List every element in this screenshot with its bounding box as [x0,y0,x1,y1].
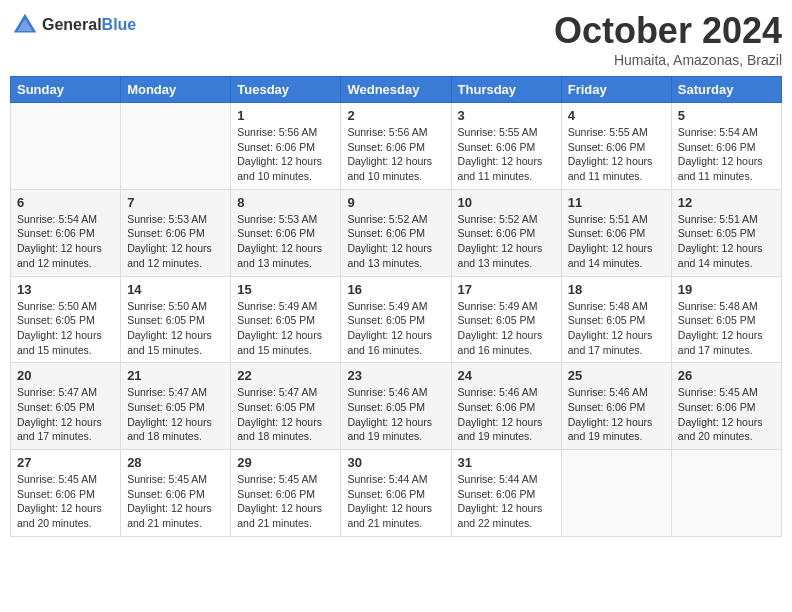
calendar-cell: 31Sunrise: 5:44 AM Sunset: 6:06 PM Dayli… [451,450,561,537]
week-row-1: 1Sunrise: 5:56 AM Sunset: 6:06 PM Daylig… [11,103,782,190]
day-number: 14 [127,282,224,297]
calendar-cell: 20Sunrise: 5:47 AM Sunset: 6:05 PM Dayli… [11,363,121,450]
day-number: 16 [347,282,444,297]
day-info: Sunrise: 5:55 AM Sunset: 6:06 PM Dayligh… [458,125,555,184]
logo: GeneralBlue [10,10,136,40]
calendar-cell: 11Sunrise: 5:51 AM Sunset: 6:06 PM Dayli… [561,189,671,276]
day-info: Sunrise: 5:48 AM Sunset: 6:05 PM Dayligh… [678,299,775,358]
day-number: 21 [127,368,224,383]
calendar-cell: 30Sunrise: 5:44 AM Sunset: 6:06 PM Dayli… [341,450,451,537]
calendar-cell: 18Sunrise: 5:48 AM Sunset: 6:05 PM Dayli… [561,276,671,363]
calendar-cell: 13Sunrise: 5:50 AM Sunset: 6:05 PM Dayli… [11,276,121,363]
calendar-cell: 12Sunrise: 5:51 AM Sunset: 6:05 PM Dayli… [671,189,781,276]
day-info: Sunrise: 5:47 AM Sunset: 6:05 PM Dayligh… [127,385,224,444]
calendar-cell: 9Sunrise: 5:52 AM Sunset: 6:06 PM Daylig… [341,189,451,276]
day-number: 20 [17,368,114,383]
day-info: Sunrise: 5:46 AM Sunset: 6:06 PM Dayligh… [568,385,665,444]
week-row-4: 20Sunrise: 5:47 AM Sunset: 6:05 PM Dayli… [11,363,782,450]
day-info: Sunrise: 5:55 AM Sunset: 6:06 PM Dayligh… [568,125,665,184]
day-number: 11 [568,195,665,210]
title-block: October 2024 Humaita, Amazonas, Brazil [554,10,782,68]
day-info: Sunrise: 5:45 AM Sunset: 6:06 PM Dayligh… [127,472,224,531]
calendar-cell: 7Sunrise: 5:53 AM Sunset: 6:06 PM Daylig… [121,189,231,276]
day-info: Sunrise: 5:50 AM Sunset: 6:05 PM Dayligh… [17,299,114,358]
day-number: 27 [17,455,114,470]
day-number: 29 [237,455,334,470]
logo-text: GeneralBlue [42,16,136,34]
calendar-cell: 23Sunrise: 5:46 AM Sunset: 6:05 PM Dayli… [341,363,451,450]
calendar-cell: 2Sunrise: 5:56 AM Sunset: 6:06 PM Daylig… [341,103,451,190]
calendar-header: SundayMondayTuesdayWednesdayThursdayFrid… [11,77,782,103]
day-info: Sunrise: 5:45 AM Sunset: 6:06 PM Dayligh… [17,472,114,531]
day-header-wednesday: Wednesday [341,77,451,103]
day-number: 30 [347,455,444,470]
day-info: Sunrise: 5:50 AM Sunset: 6:05 PM Dayligh… [127,299,224,358]
day-number: 25 [568,368,665,383]
day-number: 31 [458,455,555,470]
calendar-cell: 28Sunrise: 5:45 AM Sunset: 6:06 PM Dayli… [121,450,231,537]
day-header-sunday: Sunday [11,77,121,103]
calendar-cell [11,103,121,190]
day-header-friday: Friday [561,77,671,103]
calendar-cell: 15Sunrise: 5:49 AM Sunset: 6:05 PM Dayli… [231,276,341,363]
calendar-cell: 5Sunrise: 5:54 AM Sunset: 6:06 PM Daylig… [671,103,781,190]
calendar-cell: 4Sunrise: 5:55 AM Sunset: 6:06 PM Daylig… [561,103,671,190]
calendar-cell: 27Sunrise: 5:45 AM Sunset: 6:06 PM Dayli… [11,450,121,537]
calendar-cell: 16Sunrise: 5:49 AM Sunset: 6:05 PM Dayli… [341,276,451,363]
day-info: Sunrise: 5:52 AM Sunset: 6:06 PM Dayligh… [458,212,555,271]
day-info: Sunrise: 5:49 AM Sunset: 6:05 PM Dayligh… [347,299,444,358]
calendar-cell: 14Sunrise: 5:50 AM Sunset: 6:05 PM Dayli… [121,276,231,363]
day-info: Sunrise: 5:44 AM Sunset: 6:06 PM Dayligh… [458,472,555,531]
day-number: 15 [237,282,334,297]
day-info: Sunrise: 5:45 AM Sunset: 6:06 PM Dayligh… [678,385,775,444]
day-number: 5 [678,108,775,123]
day-info: Sunrise: 5:56 AM Sunset: 6:06 PM Dayligh… [237,125,334,184]
day-info: Sunrise: 5:54 AM Sunset: 6:06 PM Dayligh… [17,212,114,271]
calendar-cell: 24Sunrise: 5:46 AM Sunset: 6:06 PM Dayli… [451,363,561,450]
week-row-2: 6Sunrise: 5:54 AM Sunset: 6:06 PM Daylig… [11,189,782,276]
day-number: 6 [17,195,114,210]
page-header: GeneralBlue October 2024 Humaita, Amazon… [10,10,782,68]
calendar-cell [561,450,671,537]
day-number: 24 [458,368,555,383]
day-number: 4 [568,108,665,123]
calendar-cell: 3Sunrise: 5:55 AM Sunset: 6:06 PM Daylig… [451,103,561,190]
day-number: 8 [237,195,334,210]
day-header-saturday: Saturday [671,77,781,103]
day-info: Sunrise: 5:53 AM Sunset: 6:06 PM Dayligh… [237,212,334,271]
calendar-cell [671,450,781,537]
day-number: 7 [127,195,224,210]
day-info: Sunrise: 5:54 AM Sunset: 6:06 PM Dayligh… [678,125,775,184]
day-info: Sunrise: 5:44 AM Sunset: 6:06 PM Dayligh… [347,472,444,531]
week-row-3: 13Sunrise: 5:50 AM Sunset: 6:05 PM Dayli… [11,276,782,363]
day-number: 19 [678,282,775,297]
day-info: Sunrise: 5:52 AM Sunset: 6:06 PM Dayligh… [347,212,444,271]
day-number: 3 [458,108,555,123]
calendar-cell: 1Sunrise: 5:56 AM Sunset: 6:06 PM Daylig… [231,103,341,190]
day-number: 23 [347,368,444,383]
month-title: October 2024 [554,10,782,52]
calendar-cell: 10Sunrise: 5:52 AM Sunset: 6:06 PM Dayli… [451,189,561,276]
calendar-cell [121,103,231,190]
day-number: 26 [678,368,775,383]
day-number: 9 [347,195,444,210]
calendar-cell: 17Sunrise: 5:49 AM Sunset: 6:05 PM Dayli… [451,276,561,363]
day-number: 13 [17,282,114,297]
day-number: 28 [127,455,224,470]
location-subtitle: Humaita, Amazonas, Brazil [554,52,782,68]
day-number: 1 [237,108,334,123]
day-info: Sunrise: 5:46 AM Sunset: 6:05 PM Dayligh… [347,385,444,444]
day-info: Sunrise: 5:45 AM Sunset: 6:06 PM Dayligh… [237,472,334,531]
calendar-cell: 25Sunrise: 5:46 AM Sunset: 6:06 PM Dayli… [561,363,671,450]
day-info: Sunrise: 5:48 AM Sunset: 6:05 PM Dayligh… [568,299,665,358]
day-number: 2 [347,108,444,123]
week-row-5: 27Sunrise: 5:45 AM Sunset: 6:06 PM Dayli… [11,450,782,537]
day-info: Sunrise: 5:47 AM Sunset: 6:05 PM Dayligh… [237,385,334,444]
day-info: Sunrise: 5:56 AM Sunset: 6:06 PM Dayligh… [347,125,444,184]
day-number: 10 [458,195,555,210]
day-info: Sunrise: 5:51 AM Sunset: 6:05 PM Dayligh… [678,212,775,271]
day-header-tuesday: Tuesday [231,77,341,103]
calendar-cell: 19Sunrise: 5:48 AM Sunset: 6:05 PM Dayli… [671,276,781,363]
day-info: Sunrise: 5:49 AM Sunset: 6:05 PM Dayligh… [458,299,555,358]
day-header-monday: Monday [121,77,231,103]
